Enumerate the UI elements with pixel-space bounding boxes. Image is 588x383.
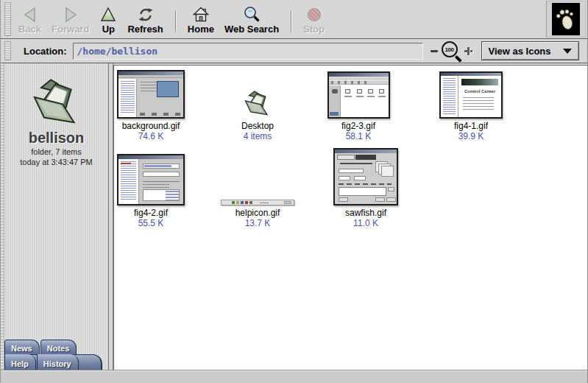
- toolbar: Back Forward Up: [1, 0, 587, 39]
- back-button[interactable]: Back: [13, 1, 46, 37]
- home-button[interactable]: Home: [183, 1, 219, 37]
- file-item-sawfish-gif[interactable]: sawfish.gif 11.0 K: [318, 148, 414, 228]
- location-bar: Location: /home/bellison 100 View as Ico…: [1, 39, 587, 63]
- refresh-icon: [137, 4, 155, 24]
- tab-help[interactable]: Help: [4, 354, 36, 370]
- file-size: 13.7 K: [245, 218, 271, 228]
- tab-news-label: News: [11, 344, 32, 353]
- sidebar-tab-row-1: News Notes: [4, 339, 108, 354]
- home-icon: [192, 4, 210, 24]
- location-input[interactable]: /home/bellison: [73, 43, 423, 60]
- thumbnail-sawfish-gif: [333, 148, 398, 205]
- tab-news[interactable]: News: [4, 340, 40, 354]
- stop-label: Stop: [303, 24, 325, 35]
- forward-button[interactable]: Forward: [46, 1, 94, 37]
- toolbar-grip[interactable]: [4, 2, 11, 36]
- location-label: Location:: [24, 46, 67, 57]
- sidebar-divider[interactable]: [108, 63, 113, 370]
- file-name: Desktop: [241, 121, 274, 131]
- file-item-fig2-3-gif[interactable]: fig2-3.gif 58.1 K: [311, 68, 406, 141]
- file-name: helpicon.gif: [235, 208, 280, 218]
- tab-notes-label: Notes: [47, 344, 70, 353]
- up-icon: [99, 4, 117, 24]
- file-name: sawfish.gif: [345, 208, 386, 218]
- file-size: 4 items: [244, 131, 272, 141]
- file-item-fig4-2-gif[interactable]: fig4-2.gif 55.5 K: [113, 148, 199, 228]
- up-label: Up: [102, 24, 115, 35]
- location-bar-grip[interactable]: [4, 41, 11, 60]
- status-bar: [1, 370, 587, 383]
- file-size: 58.1 K: [346, 131, 372, 141]
- toolbar-separator: [175, 10, 176, 32]
- file-item-helpicon-gif[interactable]: helpicon.gif 13.7 K: [210, 148, 305, 228]
- file-size: 11.0 K: [353, 218, 378, 228]
- refresh-button[interactable]: Refresh: [122, 1, 168, 37]
- zoom-control: 100: [431, 41, 472, 60]
- zoom-in-icon[interactable]: [464, 47, 472, 55]
- back-label: Back: [18, 24, 41, 35]
- tab-help-label: Help: [11, 359, 29, 368]
- zoom-level-value: 100: [442, 41, 458, 57]
- stop-button[interactable]: Stop: [298, 1, 330, 37]
- magnifier-handle-icon: [455, 55, 462, 62]
- content-area: bellison folder, 7 items today at 3:43:4…: [1, 63, 587, 370]
- throbber-panel: [546, 1, 586, 38]
- toolbar-separator: [291, 10, 291, 32]
- desktop-folder-icon: [241, 68, 274, 119]
- file-name: background.gif: [122, 121, 180, 131]
- thumbnail-fig2-3-gif: [327, 68, 390, 119]
- refresh-label: Refresh: [127, 24, 163, 35]
- view-mode-label: View as Icons: [489, 46, 551, 57]
- file-item-background-gif[interactable]: background.gif 74.6 K: [113, 68, 199, 141]
- icon-canvas: background.gif 74.6 K Desktop: [113, 65, 587, 370]
- folder-icon: [24, 72, 89, 128]
- file-item-fig4-1-gif[interactable]: Control Center fig4-1.gif 39.9 K: [423, 68, 519, 141]
- up-button[interactable]: Up: [94, 1, 122, 37]
- chevron-down-icon: [563, 49, 572, 54]
- forward-icon: [61, 4, 80, 24]
- thumbnail-text: Control Center: [461, 88, 498, 94]
- zoom-out-icon[interactable]: [431, 50, 438, 52]
- sidebar-tabs: News Notes Help History: [4, 339, 108, 370]
- web-search-icon: [242, 4, 261, 24]
- tab-notes[interactable]: Notes: [40, 340, 77, 354]
- file-name: fig4-1.gif: [454, 121, 488, 131]
- home-label: Home: [188, 24, 214, 35]
- thumbnail-fig4-2-gif: [117, 148, 185, 205]
- sidebar-folder-title: bellison: [4, 130, 108, 147]
- tab-history[interactable]: History: [37, 354, 79, 370]
- forward-label: Forward: [52, 24, 89, 35]
- folder-item-desktop[interactable]: Desktop 4 items: [210, 68, 305, 141]
- file-manager-window: Back Forward Up: [0, 0, 588, 383]
- sidebar-folder-info: folder, 7 items: [4, 147, 108, 157]
- sidebar: bellison folder, 7 items today at 3:43:4…: [4, 63, 108, 370]
- back-icon: [21, 4, 40, 24]
- sidebar-tab-row-2: Help History: [4, 354, 102, 370]
- tab-history-label: History: [43, 359, 71, 368]
- main-panel: background.gif 74.6 K Desktop: [113, 63, 587, 370]
- web-search-button[interactable]: Web Search: [219, 1, 284, 37]
- thumbnail-helpicon-gif: [221, 148, 294, 205]
- gnome-foot-throbber[interactable]: [552, 3, 580, 35]
- web-search-label: Web Search: [224, 24, 279, 35]
- file-name: fig4-2.gif: [134, 208, 168, 218]
- file-size: 39.9 K: [458, 131, 484, 141]
- thumbnail-background-gif: [117, 68, 185, 119]
- sidebar-folder-modified: today at 3:43:47 PM: [4, 157, 108, 167]
- file-size: 55.5 K: [138, 218, 164, 228]
- zoom-level-indicator[interactable]: 100: [442, 41, 461, 60]
- file-name: fig2-3.gif: [341, 121, 375, 131]
- thumbnail-fig4-1-gif: Control Center: [439, 68, 503, 119]
- stop-icon: [308, 4, 321, 24]
- view-mode-dropdown[interactable]: View as Icons: [481, 41, 579, 60]
- file-size: 74.6 K: [138, 131, 164, 141]
